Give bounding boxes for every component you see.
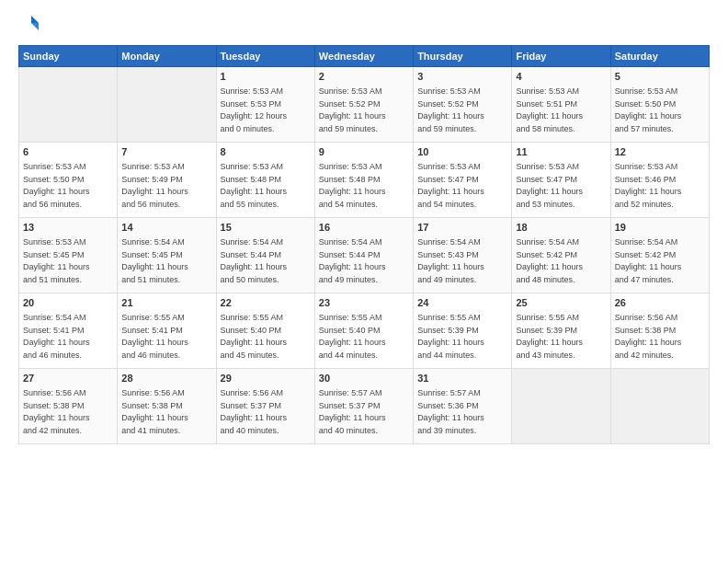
day-info: Sunrise: 5:54 AM Sunset: 5:42 PM Dayligh… <box>615 236 705 286</box>
calendar-cell: 12Sunrise: 5:53 AM Sunset: 5:46 PM Dayli… <box>610 143 709 218</box>
day-info: Sunrise: 5:56 AM Sunset: 5:38 PM Dayligh… <box>23 387 113 437</box>
day-number: 22 <box>221 296 311 310</box>
day-number: 23 <box>319 296 409 310</box>
day-info: Sunrise: 5:53 AM Sunset: 5:51 PM Dayligh… <box>516 86 606 135</box>
calendar-cell: 2Sunrise: 5:53 AM Sunset: 5:52 PM Daylig… <box>314 67 413 143</box>
day-number: 18 <box>516 221 606 235</box>
calendar-cell: 10Sunrise: 5:53 AM Sunset: 5:47 PM Dayli… <box>414 143 512 218</box>
day-info: Sunrise: 5:53 AM Sunset: 5:49 PM Dayligh… <box>121 161 211 211</box>
day-info: Sunrise: 5:53 AM Sunset: 5:52 PM Dayligh… <box>319 86 409 135</box>
calendar-cell: 9Sunrise: 5:53 AM Sunset: 5:48 PM Daylig… <box>314 143 413 218</box>
day-info: Sunrise: 5:56 AM Sunset: 5:38 PM Dayligh… <box>121 387 211 437</box>
day-info: Sunrise: 5:53 AM Sunset: 5:47 PM Dayligh… <box>417 161 507 211</box>
calendar-cell: 1Sunrise: 5:53 AM Sunset: 5:53 PM Daylig… <box>216 67 314 143</box>
calendar-cell: 29Sunrise: 5:56 AM Sunset: 5:37 PM Dayli… <box>216 369 314 444</box>
calendar-header: SundayMondayTuesdayWednesdayThursdayFrid… <box>19 46 710 67</box>
day-number: 12 <box>615 145 705 159</box>
calendar-cell: 19Sunrise: 5:54 AM Sunset: 5:42 PM Dayli… <box>610 218 709 293</box>
day-number: 20 <box>23 296 113 310</box>
svg-marker-1 <box>31 23 39 30</box>
day-number: 27 <box>23 372 113 385</box>
calendar-cell: 16Sunrise: 5:54 AM Sunset: 5:44 PM Dayli… <box>314 218 413 293</box>
day-info: Sunrise: 5:53 AM Sunset: 5:47 PM Dayligh… <box>516 161 606 211</box>
calendar-cell: 24Sunrise: 5:55 AM Sunset: 5:39 PM Dayli… <box>414 293 512 369</box>
calendar-cell: 22Sunrise: 5:55 AM Sunset: 5:40 PM Dayli… <box>216 293 314 369</box>
day-number: 29 <box>221 372 311 385</box>
day-number: 26 <box>615 296 705 310</box>
calendar-cell: 21Sunrise: 5:55 AM Sunset: 5:41 PM Dayli… <box>118 293 216 369</box>
calendar-cell: 13Sunrise: 5:53 AM Sunset: 5:45 PM Dayli… <box>19 218 118 293</box>
day-info: Sunrise: 5:57 AM Sunset: 5:36 PM Dayligh… <box>417 387 507 437</box>
day-number: 25 <box>516 296 606 310</box>
calendar-cell <box>512 369 610 444</box>
calendar-table: SundayMondayTuesdayWednesdayThursdayFrid… <box>18 45 710 444</box>
calendar-cell: 27Sunrise: 5:56 AM Sunset: 5:38 PM Dayli… <box>19 369 118 444</box>
day-number: 19 <box>615 221 705 235</box>
calendar-cell: 17Sunrise: 5:54 AM Sunset: 5:43 PM Dayli… <box>414 218 512 293</box>
calendar-cell: 7Sunrise: 5:53 AM Sunset: 5:49 PM Daylig… <box>118 143 216 218</box>
header <box>18 14 710 36</box>
calendar-cell: 8Sunrise: 5:53 AM Sunset: 5:48 PM Daylig… <box>216 143 314 218</box>
calendar-cell: 25Sunrise: 5:55 AM Sunset: 5:39 PM Dayli… <box>512 293 610 369</box>
header-day-wednesday: Wednesday <box>314 46 413 67</box>
day-number: 7 <box>121 145 211 159</box>
day-info: Sunrise: 5:56 AM Sunset: 5:37 PM Dayligh… <box>221 387 311 437</box>
day-number: 14 <box>121 221 211 235</box>
day-number: 9 <box>319 145 409 159</box>
header-day-saturday: Saturday <box>610 46 709 67</box>
day-info: Sunrise: 5:53 AM Sunset: 5:52 PM Dayligh… <box>417 86 507 135</box>
day-number: 3 <box>417 70 507 84</box>
day-info: Sunrise: 5:53 AM Sunset: 5:53 PM Dayligh… <box>221 86 311 135</box>
day-number: 6 <box>23 145 113 159</box>
calendar-cell: 6Sunrise: 5:53 AM Sunset: 5:50 PM Daylig… <box>19 143 118 218</box>
header-row: SundayMondayTuesdayWednesdayThursdayFrid… <box>19 46 710 67</box>
calendar-cell: 31Sunrise: 5:57 AM Sunset: 5:36 PM Dayli… <box>414 369 512 444</box>
day-number: 8 <box>221 145 311 159</box>
day-info: Sunrise: 5:53 AM Sunset: 5:50 PM Dayligh… <box>23 161 113 211</box>
day-number: 28 <box>121 372 211 385</box>
day-info: Sunrise: 5:56 AM Sunset: 5:38 PM Dayligh… <box>615 312 705 362</box>
day-number: 31 <box>417 372 507 385</box>
day-number: 30 <box>319 372 409 385</box>
calendar-body: 1Sunrise: 5:53 AM Sunset: 5:53 PM Daylig… <box>19 67 710 444</box>
day-number: 5 <box>615 70 705 84</box>
day-info: Sunrise: 5:53 AM Sunset: 5:50 PM Dayligh… <box>615 86 705 135</box>
day-info: Sunrise: 5:55 AM Sunset: 5:41 PM Dayligh… <box>121 312 211 362</box>
calendar-cell: 5Sunrise: 5:53 AM Sunset: 5:50 PM Daylig… <box>610 67 709 143</box>
day-info: Sunrise: 5:53 AM Sunset: 5:48 PM Dayligh… <box>221 161 311 211</box>
header-day-sunday: Sunday <box>19 46 118 67</box>
header-day-thursday: Thursday <box>414 46 512 67</box>
day-info: Sunrise: 5:53 AM Sunset: 5:46 PM Dayligh… <box>615 161 705 211</box>
day-info: Sunrise: 5:53 AM Sunset: 5:45 PM Dayligh… <box>23 236 113 286</box>
calendar-cell: 15Sunrise: 5:54 AM Sunset: 5:44 PM Dayli… <box>216 218 314 293</box>
logo-icon <box>18 14 40 36</box>
calendar-cell: 11Sunrise: 5:53 AM Sunset: 5:47 PM Dayli… <box>512 143 610 218</box>
day-number: 1 <box>221 70 311 84</box>
calendar-week-4: 20Sunrise: 5:54 AM Sunset: 5:41 PM Dayli… <box>19 293 710 369</box>
day-info: Sunrise: 5:55 AM Sunset: 5:39 PM Dayligh… <box>417 312 507 362</box>
calendar-cell: 3Sunrise: 5:53 AM Sunset: 5:52 PM Daylig… <box>414 67 512 143</box>
calendar-week-3: 13Sunrise: 5:53 AM Sunset: 5:45 PM Dayli… <box>19 218 710 293</box>
day-info: Sunrise: 5:55 AM Sunset: 5:40 PM Dayligh… <box>319 312 409 362</box>
page: SundayMondayTuesdayWednesdayThursdayFrid… <box>0 0 728 563</box>
calendar-week-5: 27Sunrise: 5:56 AM Sunset: 5:38 PM Dayli… <box>19 369 710 444</box>
day-info: Sunrise: 5:54 AM Sunset: 5:44 PM Dayligh… <box>221 236 311 286</box>
header-day-friday: Friday <box>512 46 610 67</box>
logo <box>18 14 44 36</box>
day-info: Sunrise: 5:55 AM Sunset: 5:40 PM Dayligh… <box>221 312 311 362</box>
day-number: 16 <box>319 221 409 235</box>
calendar-cell <box>118 67 216 143</box>
header-day-tuesday: Tuesday <box>216 46 314 67</box>
day-info: Sunrise: 5:53 AM Sunset: 5:48 PM Dayligh… <box>319 161 409 211</box>
day-number: 15 <box>221 221 311 235</box>
calendar-cell <box>610 369 709 444</box>
day-number: 17 <box>417 221 507 235</box>
day-number: 2 <box>319 70 409 84</box>
day-number: 10 <box>417 145 507 159</box>
calendar-cell: 14Sunrise: 5:54 AM Sunset: 5:45 PM Dayli… <box>118 218 216 293</box>
calendar-week-1: 1Sunrise: 5:53 AM Sunset: 5:53 PM Daylig… <box>19 67 710 143</box>
day-number: 21 <box>121 296 211 310</box>
header-day-monday: Monday <box>118 46 216 67</box>
day-info: Sunrise: 5:54 AM Sunset: 5:41 PM Dayligh… <box>23 312 113 362</box>
day-info: Sunrise: 5:54 AM Sunset: 5:43 PM Dayligh… <box>417 236 507 286</box>
